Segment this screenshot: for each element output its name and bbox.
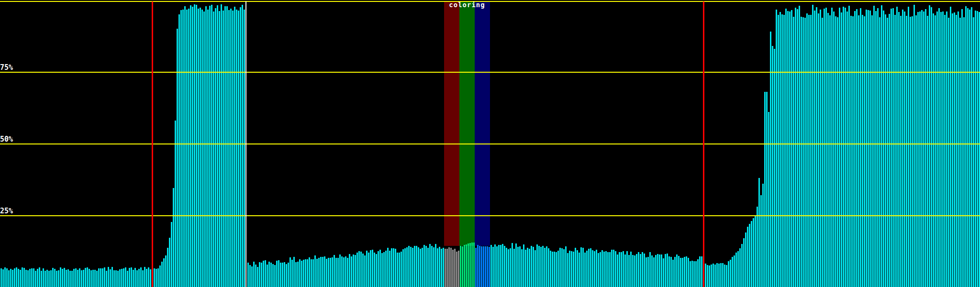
bar — [48, 271, 50, 287]
bar — [108, 267, 109, 287]
bar — [829, 15, 831, 287]
bar — [322, 257, 323, 287]
bar — [804, 18, 806, 287]
bar — [23, 268, 25, 287]
bar — [171, 222, 172, 287]
bar — [868, 10, 869, 287]
bar — [808, 15, 810, 287]
bar — [64, 268, 65, 287]
bar — [525, 250, 526, 287]
bar — [492, 247, 494, 287]
bar — [106, 271, 107, 287]
bar — [810, 15, 812, 287]
bar — [942, 11, 944, 287]
bar — [852, 16, 854, 287]
bar — [592, 250, 593, 287]
bar — [127, 271, 128, 287]
bar — [900, 16, 902, 287]
bar — [621, 252, 622, 287]
bar — [624, 254, 626, 287]
bar — [923, 11, 924, 287]
bar — [54, 269, 56, 287]
bar — [464, 245, 465, 287]
bar — [705, 264, 706, 287]
bar — [707, 265, 708, 287]
bar — [869, 11, 871, 287]
bar — [762, 184, 764, 287]
bar — [257, 267, 258, 287]
bar — [416, 246, 417, 287]
bar — [240, 7, 241, 287]
bar — [288, 263, 289, 287]
bar — [933, 13, 934, 287]
bar — [399, 253, 400, 287]
bar — [850, 16, 852, 287]
bar — [71, 271, 73, 287]
bar — [891, 9, 892, 287]
bar — [768, 112, 769, 287]
histogram-chart: 75% 50% 25% coloring — [0, 0, 980, 287]
bar — [950, 7, 951, 287]
bar — [456, 252, 457, 287]
bar — [144, 267, 145, 287]
bar — [429, 244, 431, 287]
bar — [230, 9, 232, 287]
bar — [605, 251, 607, 287]
bar — [146, 269, 147, 287]
bar — [203, 11, 205, 287]
bar — [513, 249, 515, 287]
bar — [634, 255, 635, 287]
bar — [328, 258, 329, 287]
bar — [504, 246, 505, 287]
bar — [188, 9, 189, 287]
bar — [515, 243, 517, 287]
bar — [626, 251, 628, 287]
bar — [131, 267, 132, 287]
gridline-100 — [0, 1, 980, 2]
bar — [793, 17, 794, 287]
bar — [751, 221, 752, 287]
bar — [502, 244, 503, 287]
bar — [774, 49, 775, 287]
bar — [691, 261, 693, 287]
bar — [887, 18, 888, 287]
bar — [977, 11, 978, 287]
bar — [758, 178, 760, 287]
coloring-band-green — [459, 1, 475, 246]
bar — [66, 270, 67, 287]
bar — [885, 14, 886, 287]
bar — [785, 9, 787, 287]
bar — [443, 248, 444, 287]
bar — [236, 10, 237, 287]
bar — [603, 252, 605, 287]
bar — [427, 248, 429, 287]
bar — [682, 258, 683, 287]
bar — [223, 11, 224, 287]
bar — [226, 6, 228, 287]
bar — [156, 269, 157, 287]
bar — [125, 267, 126, 287]
bar — [766, 92, 768, 287]
bar — [353, 254, 354, 287]
bar — [157, 268, 159, 287]
bar — [46, 270, 48, 287]
bar — [747, 227, 748, 287]
bar — [198, 9, 199, 287]
bar — [554, 252, 555, 287]
bar — [335, 258, 337, 287]
bar — [67, 269, 69, 287]
bar — [282, 263, 283, 287]
bar — [234, 7, 235, 287]
bar — [845, 8, 846, 287]
bar — [110, 269, 111, 287]
bar — [169, 238, 170, 287]
bar — [261, 263, 262, 287]
bar — [286, 264, 287, 287]
bar — [877, 8, 879, 287]
bar — [378, 251, 379, 287]
bar — [529, 249, 530, 287]
bar — [640, 254, 641, 287]
bar — [253, 262, 255, 287]
bar — [657, 254, 658, 287]
bar — [521, 249, 523, 287]
